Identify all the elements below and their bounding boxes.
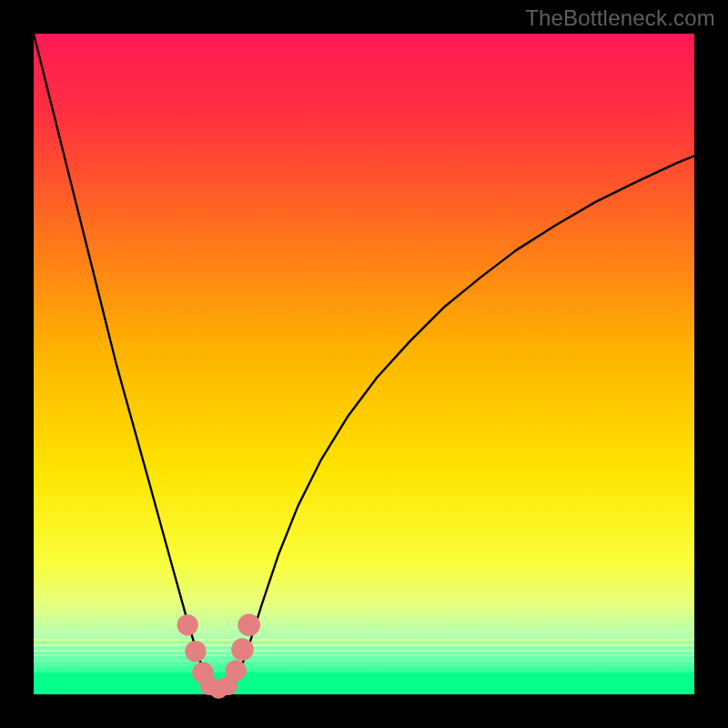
marker-cluster	[177, 613, 260, 698]
watermark-text: TheBottleneck.com	[525, 5, 715, 31]
bottleneck-curve	[34, 34, 694, 694]
chart-frame: TheBottleneck.com	[0, 0, 728, 728]
marker-dot	[226, 660, 247, 681]
marker-dot	[177, 614, 198, 635]
marker-dot	[185, 641, 206, 662]
marker-dot	[231, 638, 254, 661]
marker-dot	[238, 613, 260, 636]
curve-overlay	[34, 34, 694, 694]
